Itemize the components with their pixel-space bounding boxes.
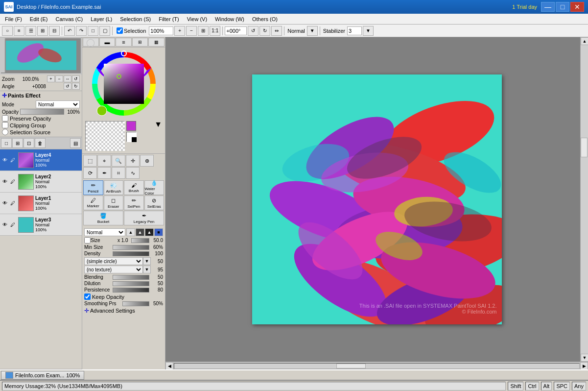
zoom-in-btn[interactable]: + xyxy=(174,26,185,36)
brush-opacity-btn1[interactable]: ▲ xyxy=(126,228,135,236)
preserve-opacity-checkbox[interactable] xyxy=(2,115,8,122)
stabilizer-down-btn[interactable]: ▼ xyxy=(363,26,374,36)
watercolor-tool-tab[interactable]: 💧 Water Color xyxy=(144,180,165,195)
new-layer-set-btn[interactable]: ⊞ xyxy=(12,138,23,148)
brush-smoothing-slider[interactable] xyxy=(122,301,149,306)
bucket-tool-tab[interactable]: 🪣 Bucket xyxy=(83,211,123,225)
flip-btn[interactable]: ⇔ xyxy=(271,26,282,36)
brush-shape-setting-btn[interactable]: ▼ xyxy=(143,257,151,265)
scroll-down-btn[interactable]: ▼ xyxy=(581,354,588,362)
selpen-tool-tab[interactable]: ✏ SelPen xyxy=(124,196,144,210)
brush-density-slider[interactable] xyxy=(113,251,149,256)
zoom-flip-btn[interactable]: ↔ xyxy=(64,75,71,82)
opacity-slider[interactable] xyxy=(20,109,64,115)
smudge-tool[interactable]: ∿ xyxy=(126,167,140,179)
layer4-lock-icon[interactable]: 🖊 xyxy=(9,156,17,164)
brush-tool-tab[interactable]: 🖌 Brush xyxy=(124,180,144,195)
toolbar-redo-btn[interactable]: ↷ xyxy=(76,26,87,36)
select-lasso-tool[interactable]: ⌖ xyxy=(97,155,111,167)
selection-source-radio[interactable] xyxy=(2,129,8,135)
layer3-lock-icon[interactable]: 🖊 xyxy=(9,221,17,229)
color-bars-tab[interactable]: ≡ xyxy=(116,38,132,47)
menu-edit[interactable]: Edit (E) xyxy=(26,14,52,24)
keep-opacity-checkbox[interactable] xyxy=(84,293,91,300)
brush-texture-combo[interactable]: (no texture) xyxy=(84,266,143,273)
layer3-visibility-icon[interactable]: 👁 xyxy=(1,221,9,229)
menu-others[interactable]: Others (O) xyxy=(248,14,282,24)
scroll-thumb-h[interactable] xyxy=(336,364,366,368)
scroll-thumb-v[interactable] xyxy=(581,138,588,157)
new-linework-btn[interactable]: ⊡ xyxy=(24,138,34,148)
brush-tool[interactable]: ⌗ xyxy=(112,167,125,179)
advanced-plus-icon[interactable]: ✛ xyxy=(84,307,89,314)
zoom-out-btn[interactable]: − xyxy=(186,26,197,36)
brush-dilution-slider[interactable] xyxy=(113,281,149,286)
layer-settings-btn[interactable]: ▤ xyxy=(70,138,81,148)
menu-view[interactable]: View (V) xyxy=(183,14,211,24)
menu-window[interactable]: Window (W) xyxy=(211,14,248,24)
brush-mode-combo[interactable]: Normal xyxy=(84,228,125,236)
legacypen-tool-tab[interactable]: ✒ Legacy Pen xyxy=(124,211,164,225)
layer-item-layer4[interactable]: 👁 🖊 Layer4 Normal 100% xyxy=(0,149,82,171)
pencil-tool-tab[interactable]: ✏ Pencil xyxy=(83,180,103,195)
toolbar-undo-btn[interactable]: ↶ xyxy=(64,26,75,36)
color-bar-tab[interactable]: ▬ xyxy=(99,38,116,47)
select-rect-tool[interactable]: ⬚ xyxy=(83,155,97,167)
marker-tool-tab[interactable]: 🖊 Marker xyxy=(83,196,103,210)
taskbar-item[interactable]: FileInfo.com Exam... 100% xyxy=(1,371,84,380)
scroll-track-v[interactable] xyxy=(581,45,588,354)
maximize-button[interactable]: □ xyxy=(556,2,569,12)
zoom-actual-btn[interactable]: 1:1 xyxy=(210,26,220,36)
rotate-view-tool[interactable]: ⟳ xyxy=(83,167,97,179)
selection-checkbox[interactable] xyxy=(117,27,123,34)
brush-opacity-btn2[interactable]: ▲ xyxy=(136,228,144,236)
menu-layer[interactable]: Layer (L) xyxy=(87,14,116,24)
scroll-up-btn[interactable]: ▲ xyxy=(581,37,588,45)
zoom-input[interactable]: 100% xyxy=(149,26,173,35)
toolbar-grid2-btn[interactable]: ⊟ xyxy=(49,26,60,36)
brush-size-slider[interactable] xyxy=(131,238,149,243)
background-color-swatch[interactable] xyxy=(126,132,136,142)
brush-blending-slider[interactable] xyxy=(113,275,149,280)
clipping-group-checkbox[interactable] xyxy=(2,122,8,128)
rotate-left-btn[interactable]: ↺ xyxy=(248,26,259,36)
scroll-track-h[interactable] xyxy=(174,363,580,369)
toolbar-list-btn[interactable]: ≡ xyxy=(14,26,24,36)
layer-item-layer2[interactable]: 👁 🖊 Layer2 Normal 100% xyxy=(0,171,82,193)
color-next-icon[interactable]: ▼ xyxy=(154,120,162,129)
menu-filter[interactable]: Filter (T) xyxy=(155,14,183,24)
paints-plus-icon[interactable]: ✛ xyxy=(2,92,7,99)
color-wheel[interactable] xyxy=(90,49,158,118)
toolbar-circle-btn[interactable]: ○ xyxy=(2,26,13,36)
angle-btn2[interactable]: ↻ xyxy=(72,83,80,90)
layer2-lock-icon[interactable]: 🖊 xyxy=(9,178,17,186)
brush-color-btn[interactable]: ■ xyxy=(154,228,163,236)
zoom-tool[interactable]: ⊕ xyxy=(140,155,154,167)
toolbar-btn3[interactable]: □ xyxy=(88,26,98,36)
new-raster-layer-btn[interactable]: □ xyxy=(1,138,12,148)
brush-texture-setting-btn[interactable]: ▼ xyxy=(143,266,151,273)
menu-selection[interactable]: Selection (S) xyxy=(116,14,155,24)
layer2-visibility-icon[interactable]: 👁 xyxy=(1,178,9,186)
color-swatches-tab[interactable]: ▦ xyxy=(148,38,165,47)
seleras-tool-tab[interactable]: ⊘ SelEras xyxy=(144,196,165,210)
foreground-color-swatch[interactable] xyxy=(126,121,136,131)
toolbar-btn4[interactable]: ▢ xyxy=(99,26,110,36)
eraser-tool-tab[interactable]: ◻ Eraser xyxy=(104,196,124,210)
layer-delete-btn[interactable]: 🗑 xyxy=(35,138,46,148)
zoom-fit-btn[interactable]: ⊞ xyxy=(198,26,209,36)
color-circle-tab[interactable]: ◯ xyxy=(83,38,99,47)
airbrush-tool-tab[interactable]: 💨 AirBrush xyxy=(104,180,124,195)
scroll-left-btn[interactable]: ◀ xyxy=(165,362,173,370)
layer1-visibility-icon[interactable]: 👁 xyxy=(1,199,9,207)
minimize-button[interactable]: — xyxy=(541,2,555,12)
layer1-lock-icon[interactable]: 🖊 xyxy=(9,199,17,207)
layer4-visibility-icon[interactable]: 👁 xyxy=(1,156,9,164)
menu-canvas[interactable]: Canvas (C) xyxy=(52,14,87,24)
stabilizer-input[interactable]: 3 xyxy=(347,26,362,35)
scroll-right-btn[interactable]: ▶ xyxy=(580,362,588,370)
layer-item-layer1[interactable]: 👁 🖊 Layer1 Normal 100% xyxy=(0,193,82,214)
eyedropper-tool[interactable]: 🔍 xyxy=(112,155,125,167)
mode-combo[interactable]: Normal Multiply Screen Overlay xyxy=(36,100,80,108)
angle-input[interactable]: +000° xyxy=(225,26,247,35)
